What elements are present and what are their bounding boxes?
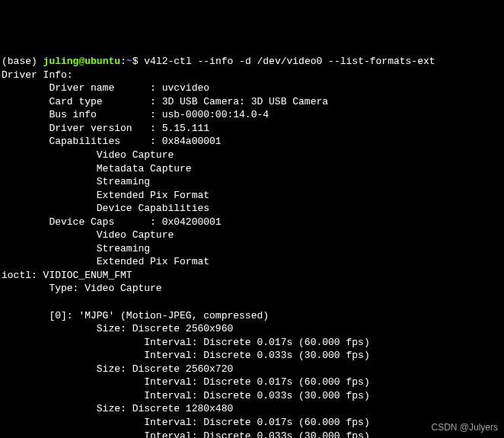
cap-extended-pix: Extended Pix Format	[2, 190, 209, 201]
driver-name-label: Driver name :	[2, 82, 162, 94]
size-2-interval-1: Interval: Discrete 0.033s (30.000 fps)	[2, 430, 370, 439]
terminal-output: (base) juling@ubuntu:~$ v4l2-ctl --info …	[2, 55, 502, 438]
capabilities-label: Capabilities :	[2, 136, 162, 147]
size-2-interval-0: Interval: Discrete 0.017s (60.000 fps)	[2, 417, 370, 428]
prompt-colon: :	[120, 56, 126, 67]
card-type-value: 3D USB Camera: 3D USB Camera	[162, 96, 328, 107]
prompt-path: ~	[126, 56, 132, 67]
cap-metadata-capture: Metadata Capture	[2, 163, 192, 174]
size-0: Size: Discrete 2560x960	[2, 323, 233, 334]
cap-streaming: Streaming	[2, 176, 150, 187]
cap-video-capture: Video Capture	[2, 149, 174, 161]
watermark: CSDN @Julyers	[431, 421, 498, 433]
prompt-host: ubuntu	[85, 56, 120, 67]
card-type-label: Card type :	[2, 96, 162, 107]
prompt-user: juling	[43, 56, 79, 67]
prompt-env: (base)	[2, 56, 43, 67]
size-0-interval-0: Interval: Discrete 0.017s (60.000 fps)	[2, 337, 370, 348]
format-header: [0]: 'MJPG' (Motion-JPEG, compressed)	[2, 310, 269, 321]
size-1-interval-1: Interval: Discrete 0.033s (30.000 fps)	[2, 390, 370, 401]
dcap-extended-pix: Extended Pix Format	[2, 256, 209, 267]
size-1: Size: Discrete 2560x720	[2, 363, 233, 375]
device-caps-value: 0x04200001	[162, 216, 222, 228]
size-1-interval-0: Interval: Discrete 0.017s (60.000 fps)	[2, 376, 370, 388]
prompt-dollar: $	[132, 56, 145, 67]
command-text: v4l2-ctl --info -d /dev/video0 --list-fo…	[144, 56, 435, 67]
dcap-streaming: Streaming	[2, 243, 150, 254]
driver-info-header: Driver Info:	[2, 69, 73, 81]
bus-info-value: usb-0000:00:14.0-4	[162, 109, 269, 120]
device-caps-label: Device Caps :	[2, 216, 162, 228]
driver-name-value: uvcvideo	[162, 82, 209, 94]
driver-version-label: Driver version :	[2, 123, 162, 134]
ioctl-header: ioctl: VIDIOC_ENUM_FMT	[2, 270, 132, 281]
size-0-interval-1: Interval: Discrete 0.033s (30.000 fps)	[2, 350, 370, 361]
cap-device-caps: Device Capabilities	[2, 203, 209, 214]
size-2: Size: Discrete 1280x480	[2, 403, 233, 414]
capabilities-value: 0x84a00001	[162, 136, 222, 147]
bus-info-label: Bus info :	[2, 109, 162, 120]
dcap-video-capture: Video Capture	[2, 229, 174, 241]
ioctl-type: Type: Video Capture	[2, 283, 162, 294]
driver-version-value: 5.15.111	[162, 123, 209, 134]
